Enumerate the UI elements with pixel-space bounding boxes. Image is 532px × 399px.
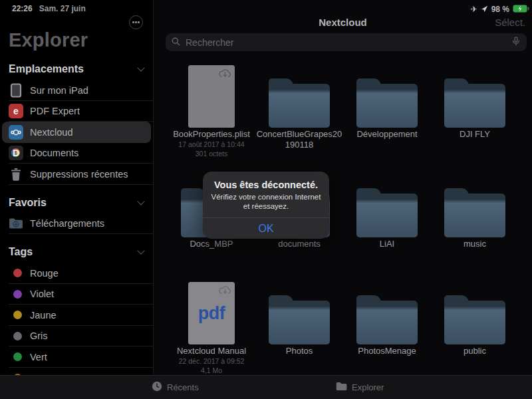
status-date: Sam. 27 juin bbox=[39, 4, 86, 13]
section-header-tags[interactable]: Tags bbox=[0, 244, 153, 260]
folder-icon bbox=[356, 188, 418, 237]
cloud-download-icon bbox=[217, 67, 233, 82]
tag-label: Gris bbox=[30, 331, 48, 341]
file-date: 17 août 2017 à 10:44 bbox=[178, 140, 244, 149]
tab-explorer[interactable]: Explorer bbox=[336, 376, 384, 399]
sidebar-item-label: Téléchargements bbox=[30, 218, 104, 229]
tag-item-rouge[interactable]: Rouge bbox=[0, 263, 153, 284]
tag-item-vert[interactable]: Vert bbox=[0, 346, 153, 368]
folder-name: PhotosMenage bbox=[358, 346, 416, 356]
microphone-icon[interactable] bbox=[511, 37, 521, 49]
folder-icon bbox=[444, 78, 505, 128]
alert-message-line1: Vérifiez votre connexion Internet bbox=[203, 192, 329, 201]
folder-item-liai[interactable]: LiAI bbox=[343, 175, 431, 249]
document-thumbnail bbox=[188, 65, 235, 128]
folder-tab-icon bbox=[336, 382, 347, 394]
folder-item-dji-fly[interactable]: DJI FLY bbox=[431, 65, 519, 158]
status-bar: 22:26 Sam. 27 juin ✈ 98 % bbox=[0, 0, 532, 16]
alert-title: Vous êtes déconnecté. bbox=[203, 180, 329, 190]
search-icon bbox=[172, 37, 180, 49]
folder-icon bbox=[269, 295, 330, 344]
file-grid-row: BookProperties.plist 17 août 2017 à 10:4… bbox=[168, 65, 519, 158]
sidebar-item-documents[interactable]: D Documents bbox=[0, 143, 153, 164]
favoris-list: Téléchargements bbox=[0, 213, 153, 235]
sidebar: Explorer Emplacements Sur mon iPad e PDF… bbox=[0, 0, 153, 376]
folder-item-developpement[interactable]: Développement bbox=[343, 65, 431, 158]
battery-percent: 98 % bbox=[491, 5, 509, 14]
pdf-expert-app-icon: e bbox=[9, 104, 23, 118]
sidebar-item-label: Documents bbox=[30, 148, 78, 158]
sidebar-item-label: PDF Expert bbox=[30, 106, 80, 116]
sidebar-item-label: Sur mon iPad bbox=[30, 85, 88, 96]
cloud-download-icon bbox=[217, 284, 233, 299]
folder-icon bbox=[444, 188, 505, 237]
folder-icon bbox=[444, 295, 505, 344]
folder-name: Docs_MBP bbox=[190, 239, 233, 249]
file-item-nextcloud-manual[interactable]: pdf Nextcloud Manual 22 déc. 2017 à 09:5… bbox=[168, 282, 255, 374]
tag-label: Jaune bbox=[30, 310, 57, 321]
sidebar-title: Explorer bbox=[9, 29, 153, 51]
folder-icon bbox=[356, 295, 418, 344]
trash-icon bbox=[9, 167, 23, 182]
tag-item-gris[interactable]: Gris bbox=[0, 326, 153, 347]
sidebar-item-telechargements[interactable]: Téléchargements bbox=[0, 213, 153, 235]
section-label: Emplacements bbox=[9, 63, 84, 75]
files-app-screen: 22:26 Sam. 27 juin ✈ 98 % Explorer E bbox=[0, 0, 532, 399]
search-input[interactable] bbox=[184, 37, 511, 49]
section-label: Favoris bbox=[9, 197, 47, 209]
folder-item-photosmenage[interactable]: PhotosMenage bbox=[343, 282, 431, 374]
tag-label: Vert bbox=[30, 352, 47, 362]
folder-icon bbox=[356, 78, 418, 128]
chevron-down-icon bbox=[137, 247, 144, 254]
page-title: Nextcloud bbox=[154, 17, 532, 28]
sidebar-item-pdf-expert[interactable]: e PDF Expert bbox=[0, 101, 153, 122]
folder-name: ConcertBlueGrapes20190118 bbox=[256, 129, 342, 150]
file-size: 4,1 Mo bbox=[201, 366, 222, 375]
airplane-mode-icon: ✈ bbox=[471, 5, 477, 13]
tag-dot-icon bbox=[9, 266, 23, 281]
tab-label: Récents bbox=[167, 382, 199, 392]
emplacements-list: Sur mon iPad e PDF Expert Nextcloud bbox=[0, 80, 153, 185]
file-date: 22 déc. 2017 à 09:52 bbox=[179, 357, 245, 366]
folder-name: music bbox=[464, 239, 486, 249]
more-options-button[interactable] bbox=[129, 15, 143, 29]
folder-item-music[interactable]: music bbox=[431, 175, 519, 249]
disconnected-alert-dialog: Vous êtes déconnecté. Vérifiez votre con… bbox=[203, 172, 329, 239]
pdf-label: pdf bbox=[188, 303, 235, 324]
location-arrow-icon bbox=[481, 3, 488, 15]
sidebar-item-suppressions-recentes[interactable]: Suppressions récentes bbox=[0, 164, 153, 185]
folder-item-photos[interactable]: Photos bbox=[255, 282, 343, 374]
tag-label: Rouge bbox=[30, 268, 59, 279]
clock-icon bbox=[152, 381, 162, 394]
select-button[interactable]: Sélect. bbox=[495, 17, 525, 28]
folder-item-public[interactable]: public bbox=[431, 282, 519, 374]
section-label: Tags bbox=[9, 246, 33, 258]
folder-name: Développement bbox=[356, 129, 417, 140]
tag-dot-icon bbox=[9, 329, 23, 343]
tag-dot-icon bbox=[9, 350, 23, 364]
file-item-bookproperties[interactable]: BookProperties.plist 17 août 2017 à 10:4… bbox=[168, 65, 255, 158]
folder-name: Photos bbox=[286, 346, 313, 356]
ok-button[interactable]: OK bbox=[203, 217, 329, 239]
tags-list: Rouge Violet Jaune Gris Vert bbox=[0, 263, 153, 376]
tag-item-violet[interactable]: Violet bbox=[0, 284, 153, 305]
folder-item-concertbluegrapes[interactable]: ConcertBlueGrapes20190118 bbox=[255, 65, 343, 158]
search-bar[interactable] bbox=[166, 33, 527, 51]
documents-app-icon: D bbox=[9, 146, 23, 160]
pdf-document-thumbnail: pdf bbox=[188, 282, 235, 344]
downloads-folder-icon bbox=[9, 216, 23, 231]
ipad-icon bbox=[9, 83, 23, 98]
tag-item-jaune[interactable]: Jaune bbox=[0, 305, 153, 326]
chevron-down-icon bbox=[137, 64, 144, 71]
chevron-down-icon bbox=[137, 198, 144, 205]
tag-dot-icon bbox=[9, 287, 23, 301]
folder-name: public bbox=[464, 346, 486, 356]
section-header-emplacements[interactable]: Emplacements bbox=[0, 61, 153, 77]
tab-recents[interactable]: Récents bbox=[152, 376, 199, 399]
section-header-favoris[interactable]: Favoris bbox=[0, 195, 153, 211]
battery-charging-icon bbox=[513, 3, 529, 15]
folder-name: DJI FLY bbox=[460, 129, 490, 140]
sidebar-item-label: Nextcloud bbox=[30, 127, 72, 138]
sidebar-item-sur-mon-ipad[interactable]: Sur mon iPad bbox=[0, 80, 153, 101]
sidebar-item-nextcloud-selected[interactable]: Nextcloud bbox=[2, 122, 151, 143]
